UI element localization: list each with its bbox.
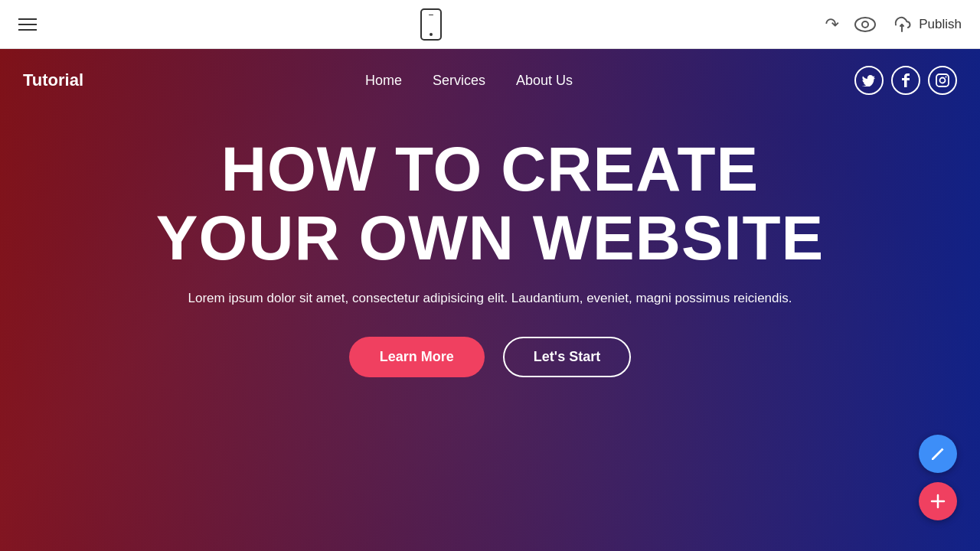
instagram-icon[interactable] — [928, 66, 957, 95]
publish-button[interactable]: Publish — [891, 15, 962, 34]
lets-start-button[interactable]: Let's Start — [503, 337, 631, 377]
svg-rect-3 — [936, 74, 949, 86]
svg-point-0 — [855, 18, 875, 31]
twitter-icon[interactable] — [854, 66, 884, 95]
site-navbar: Tutorial Home Services About Us — [0, 49, 980, 112]
hero-title-line2: YOUR OWN WEBSITE — [156, 203, 824, 272]
preview-eye-icon[interactable] — [854, 17, 876, 32]
nav-link-services[interactable]: Services — [433, 73, 485, 89]
undo-icon[interactable]: ↶ — [825, 15, 839, 34]
hero-subtitle: Lorem ipsum dolor sit amet, consectetur … — [145, 288, 835, 308]
cloud-upload-icon — [891, 15, 913, 34]
svg-point-1 — [862, 21, 868, 28]
hero-title: HOW TO CREATE YOUR OWN WEBSITE — [77, 135, 903, 272]
fab-edit-button[interactable] — [919, 435, 957, 473]
nav-link-about-us[interactable]: About Us — [516, 73, 573, 89]
mobile-preview-icon[interactable] — [420, 8, 442, 41]
site-logo[interactable]: Tutorial — [23, 70, 83, 90]
website-preview: Tutorial Home Services About Us — [0, 49, 980, 551]
toolbar: ↶ Publish — [0, 0, 980, 49]
fab-add-button[interactable] — [919, 482, 957, 520]
svg-point-4 — [940, 78, 946, 83]
site-social-icons — [854, 66, 957, 95]
publish-label: Publish — [919, 17, 962, 32]
phone-dot — [430, 33, 433, 36]
nav-link-home[interactable]: Home — [365, 73, 402, 89]
site-nav-links: Home Services About Us — [365, 73, 573, 89]
facebook-icon[interactable] — [891, 66, 920, 95]
fab-container — [919, 435, 957, 520]
hero-buttons: Learn More Let's Start — [77, 337, 903, 377]
learn-more-button[interactable]: Learn More — [349, 337, 485, 377]
hero-content: HOW TO CREATE YOUR OWN WEBSITE Lorem ips… — [0, 112, 980, 377]
svg-point-5 — [946, 77, 947, 78]
hero-title-line1: HOW TO CREATE — [221, 134, 759, 204]
hamburger-menu-icon[interactable] — [18, 18, 37, 31]
